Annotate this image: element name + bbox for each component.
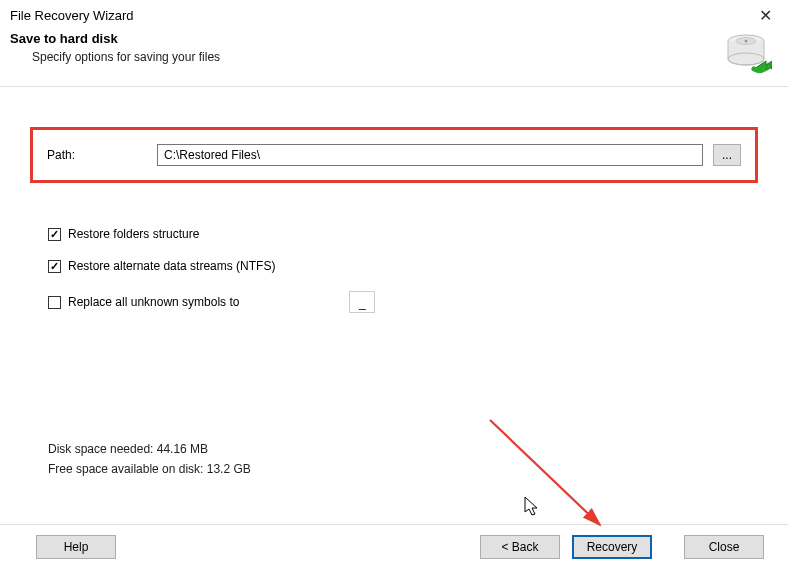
content-area: Path: ... Restore folders structure Rest…	[0, 87, 788, 341]
title-bar: File Recovery Wizard ✕	[0, 0, 788, 29]
hard-disk-icon	[724, 29, 772, 80]
cursor-icon	[524, 496, 542, 518]
label-restore-folders: Restore folders structure	[68, 227, 199, 241]
browse-button[interactable]: ...	[713, 144, 741, 166]
header-title: Save to hard disk	[10, 31, 774, 46]
path-input[interactable]	[157, 144, 703, 166]
checkbox-restore-streams[interactable]	[48, 260, 61, 273]
label-replace-symbols: Replace all unknown symbols to	[68, 295, 239, 309]
disk-needed-value: 44.16 MB	[157, 442, 208, 456]
symbol-input[interactable]	[349, 291, 375, 313]
path-row-highlight: Path: ...	[30, 127, 758, 183]
disk-info: Disk space needed: 44.16 MB Free space a…	[48, 442, 251, 482]
disk-needed-label: Disk space needed:	[48, 442, 153, 456]
options-group: Restore folders structure Restore altern…	[48, 227, 758, 313]
disk-free-row: Free space available on disk: 13.2 GB	[48, 462, 251, 476]
disk-free-label: Free space available on disk:	[48, 462, 203, 476]
header-subtitle: Specify options for saving your files	[32, 50, 774, 64]
option-replace-symbols: Replace all unknown symbols to	[48, 291, 758, 313]
footer: Help < Back Recovery Close	[0, 524, 788, 571]
close-button[interactable]: Close	[684, 535, 764, 559]
path-label: Path:	[47, 148, 147, 162]
window-title: File Recovery Wizard	[10, 8, 134, 23]
disk-needed-row: Disk space needed: 44.16 MB	[48, 442, 251, 456]
option-restore-folders: Restore folders structure	[48, 227, 758, 241]
help-button[interactable]: Help	[36, 535, 116, 559]
svg-point-3	[745, 40, 748, 43]
option-restore-streams: Restore alternate data streams (NTFS)	[48, 259, 758, 273]
svg-line-5	[490, 420, 600, 525]
checkbox-replace-symbols[interactable]	[48, 296, 61, 309]
close-icon[interactable]: ✕	[753, 6, 778, 25]
recovery-button[interactable]: Recovery	[572, 535, 652, 559]
disk-free-value: 13.2 GB	[207, 462, 251, 476]
label-restore-streams: Restore alternate data streams (NTFS)	[68, 259, 275, 273]
header: Save to hard disk Specify options for sa…	[0, 29, 788, 87]
checkbox-restore-folders[interactable]	[48, 228, 61, 241]
back-button[interactable]: < Back	[480, 535, 560, 559]
